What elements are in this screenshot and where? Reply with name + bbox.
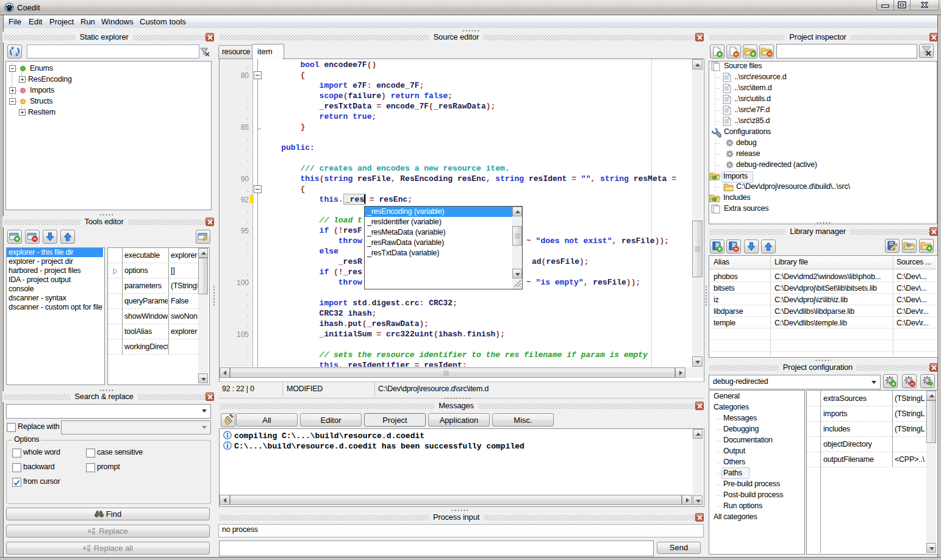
- svg-text:a: a: [88, 528, 91, 534]
- svg-text:b: b: [92, 530, 95, 535]
- svg-text:a: a: [83, 545, 86, 551]
- svg-text:b: b: [87, 547, 90, 552]
